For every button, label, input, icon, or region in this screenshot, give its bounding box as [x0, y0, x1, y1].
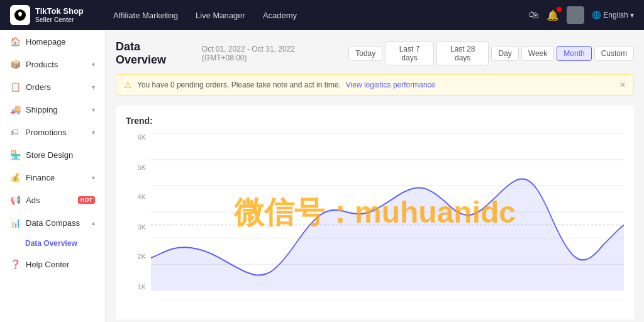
- sidebar-label-ads: Ads: [26, 196, 73, 205]
- sidebar-label-homepage: Homepage: [26, 37, 95, 47]
- trend-title: Trend:: [126, 116, 624, 126]
- top-nav: TikTok Shop Seller Center Affiliate Mark…: [0, 0, 644, 30]
- sidebar-label-promotions: Promotions: [25, 128, 87, 137]
- sidebar-item-ads[interactable]: 📢 Ads HOT: [0, 189, 105, 211]
- date-range: Oct 01, 2022 - Oct 31, 2022 (GMT+08:00): [202, 45, 338, 62]
- sidebar-item-orders[interactable]: 📋 Orders ▾: [0, 75, 105, 98]
- y-label-3k: 3K: [126, 223, 151, 231]
- sidebar-label-finance: Finance: [26, 173, 87, 182]
- shop-icon[interactable]: 🛍: [529, 9, 539, 21]
- filter-today[interactable]: Today: [348, 46, 382, 61]
- sidebar-label-store-design: Store Design: [26, 150, 95, 160]
- y-label-5k: 5K: [126, 164, 151, 171]
- date-filters: Today Last 7 days Last 28 days Day Week …: [348, 42, 634, 65]
- sidebar-item-homepage[interactable]: 🏠 Homepage: [0, 30, 105, 53]
- homepage-icon: 🏠: [10, 36, 21, 47]
- filter-day[interactable]: Day: [491, 46, 518, 61]
- help-icon: ❓: [10, 259, 21, 269]
- notification-icon[interactable]: 🔔: [547, 9, 559, 21]
- finance-chevron: ▾: [92, 174, 95, 181]
- nav-live[interactable]: Live Manager: [196, 8, 245, 23]
- finance-icon: 💰: [10, 172, 21, 182]
- filter-28days[interactable]: Last 28 days: [436, 42, 489, 65]
- sidebar-item-products[interactable]: 📦 Products ▾: [0, 53, 105, 75]
- alert-close[interactable]: ✕: [619, 80, 626, 89]
- products-icon: 📦: [10, 59, 21, 69]
- trend-section: Trend: 微信号：muhuanidc 1K 2K 3K 4K 5K 6K: [116, 106, 634, 319]
- filter-7days[interactable]: Last 7 days: [385, 42, 434, 65]
- sidebar-label-products: Products: [26, 60, 87, 69]
- sidebar-item-promotions[interactable]: 🏷 Promotions ▾: [0, 121, 105, 143]
- data-compass-chevron: ▴: [92, 219, 95, 226]
- logo-main: TikTok Shop: [35, 6, 84, 16]
- nav-links: Affiliate Marketing Live Manager Academy: [113, 8, 514, 23]
- logo[interactable]: TikTok Shop Seller Center: [10, 5, 98, 25]
- shipping-icon: 🚚: [10, 104, 21, 114]
- notification-badge: [557, 7, 562, 12]
- logo-sub: Seller Center: [35, 16, 84, 24]
- nav-right: 🛍 🔔 🌐 English ▾: [529, 6, 634, 24]
- sidebar-label-help-center: Help Center: [26, 260, 95, 269]
- y-label-4k: 4K: [126, 193, 151, 201]
- store-design-icon: 🏪: [10, 150, 21, 160]
- ads-icon: 📢: [10, 195, 21, 205]
- chart-area: 1K 2K 3K 4K 5K 6K: [126, 133, 624, 309]
- alert-text: You have 0 pending orders, Please take n…: [137, 80, 341, 89]
- filter-week[interactable]: Week: [521, 46, 554, 61]
- y-label-1k: 1K: [126, 283, 151, 291]
- page-title: Data Overview: [116, 40, 192, 67]
- overview-header: Data Overview Oct 01, 2022 - Oct 31, 202…: [116, 40, 634, 67]
- main-content: Data Overview Oct 01, 2022 - Oct 31, 202…: [106, 30, 644, 322]
- promotions-icon: 🏷: [10, 127, 20, 137]
- sidebar-label-data-compass: Data Compass: [26, 218, 87, 228]
- sidebar-item-data-compass[interactable]: 📊 Data Compass ▴: [0, 211, 105, 234]
- language-selector[interactable]: 🌐 English ▾: [592, 11, 634, 19]
- data-compass-submenu: Data Overview: [0, 234, 105, 253]
- data-compass-icon: 📊: [10, 218, 21, 228]
- filter-month[interactable]: Month: [557, 46, 591, 61]
- nav-academy[interactable]: Academy: [263, 8, 297, 23]
- trend-chart-svg: [151, 133, 624, 291]
- sidebar-label-shipping: Shipping: [26, 105, 87, 114]
- main-layout: 🏠 Homepage 📦 Products ▾ 📋 Orders ▾ 🚚 Shi…: [0, 30, 644, 322]
- sidebar-sub-item-data-overview[interactable]: Data Overview: [25, 234, 105, 253]
- nav-affiliate[interactable]: Affiliate Marketing: [113, 8, 178, 23]
- promotions-chevron: ▾: [92, 129, 95, 136]
- logo-icon: [10, 5, 30, 25]
- filter-custom[interactable]: Custom: [594, 46, 634, 61]
- sidebar-item-shipping[interactable]: 🚚 Shipping ▾: [0, 98, 105, 121]
- orders-chevron: ▾: [92, 84, 95, 91]
- alert-icon: ⚠: [124, 80, 132, 90]
- y-label-6k: 6K: [126, 133, 151, 141]
- products-chevron: ▾: [92, 61, 95, 68]
- alert-banner: ⚠ You have 0 pending orders, Please take…: [116, 74, 634, 96]
- y-axis: 1K 2K 3K 4K 5K 6K: [126, 133, 151, 291]
- sidebar-item-help-center[interactable]: ❓ Help Center: [0, 253, 105, 275]
- shipping-chevron: ▾: [92, 106, 95, 113]
- sidebar-item-finance[interactable]: 💰 Finance ▾: [0, 166, 105, 189]
- sidebar: 🏠 Homepage 📦 Products ▾ 📋 Orders ▾ 🚚 Shi…: [0, 30, 106, 322]
- sidebar-item-store-design[interactable]: 🏪 Store Design: [0, 143, 105, 166]
- orders-icon: 📋: [10, 82, 21, 92]
- user-avatar[interactable]: [567, 6, 584, 24]
- alert-link[interactable]: View logistics performance: [346, 80, 436, 89]
- chart-inner: [151, 133, 624, 291]
- hot-badge: HOT: [78, 196, 95, 204]
- sidebar-label-orders: Orders: [26, 82, 87, 92]
- y-label-2k: 2K: [126, 253, 151, 260]
